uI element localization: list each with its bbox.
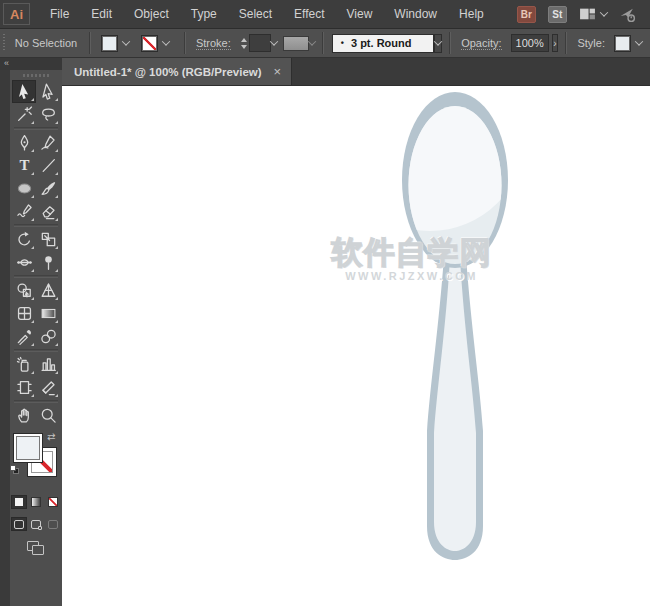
opacity-panel-link[interactable]: Opacity: xyxy=(461,37,501,50)
shape-builder-tool-icon xyxy=(16,282,33,299)
fill-stroke-controls: ⇄ xyxy=(10,431,62,487)
menu-item-effect[interactable]: Effect xyxy=(283,0,335,28)
stock-button[interactable]: St xyxy=(548,6,567,23)
curvature-tool-icon xyxy=(40,134,57,151)
blend-tool[interactable] xyxy=(36,325,60,348)
fill-color-dropdown[interactable] xyxy=(101,35,133,52)
symbol-sprayer-tool[interactable] xyxy=(12,353,36,376)
draw-behind-button[interactable] xyxy=(28,517,44,531)
pen-tool[interactable] xyxy=(12,131,36,154)
selection-tool[interactable] xyxy=(12,80,36,103)
selection-tool-icon xyxy=(16,83,33,100)
curvature-tool[interactable] xyxy=(36,131,60,154)
type-tool[interactable]: T xyxy=(12,154,36,177)
magic-wand-tool[interactable] xyxy=(12,103,36,126)
swap-fill-stroke-icon[interactable]: ⇄ xyxy=(47,431,55,442)
mesh-tool[interactable] xyxy=(12,302,36,325)
stepper-up-icon[interactable] xyxy=(241,38,247,42)
lasso-tool[interactable] xyxy=(36,103,60,126)
menu-item-edit[interactable]: Edit xyxy=(80,0,123,28)
draw-behind-icon xyxy=(31,520,41,529)
document-tab[interactable]: Untitled-1* @ 100% (RGB/Preview) × xyxy=(62,58,292,85)
panel-grip[interactable] xyxy=(10,70,62,80)
control-bar: No Selection Stroke: • 3 pt. Round Opaci… xyxy=(0,29,650,58)
stroke-none-swatch[interactable] xyxy=(141,35,158,52)
dock-strip xyxy=(0,58,10,606)
stepper-down-icon[interactable] xyxy=(241,45,247,49)
draw-inside-icon xyxy=(48,520,58,529)
drawing-mode-row xyxy=(10,517,62,531)
color-button[interactable] xyxy=(11,495,27,509)
scale-tool-icon xyxy=(40,231,57,248)
ellipse-tool[interactable] xyxy=(12,177,36,200)
tools-grid: T xyxy=(10,80,62,427)
menu-item-help[interactable]: Help xyxy=(448,0,495,28)
tool-group-divider xyxy=(14,224,58,227)
style-dropdown[interactable] xyxy=(614,35,646,52)
fill-color-swatch[interactable] xyxy=(101,35,118,52)
perspective-grid-tool[interactable] xyxy=(36,279,60,302)
chevron-down-icon xyxy=(308,37,316,45)
draw-inside-button[interactable] xyxy=(45,517,61,531)
puppet-warp-tool[interactable] xyxy=(36,251,60,274)
menu-item-file[interactable]: File xyxy=(39,0,80,28)
change-screen-mode-button[interactable] xyxy=(27,541,45,555)
chevron-down-icon[interactable] xyxy=(434,37,442,45)
menu-bar: Ai FileEditObjectTypeSelectEffectViewWin… xyxy=(0,0,650,29)
draw-normal-button[interactable] xyxy=(11,517,27,531)
collapse-panel-button[interactable]: « xyxy=(0,58,62,70)
menu-item-select[interactable]: Select xyxy=(228,0,283,28)
chevron-down-icon xyxy=(122,37,130,45)
spoon-artwork[interactable] xyxy=(62,86,650,606)
eyedropper-tool[interactable] xyxy=(12,325,36,348)
menu-item-window[interactable]: Window xyxy=(383,0,448,28)
menu-item-view[interactable]: View xyxy=(336,0,384,28)
line-segment-tool[interactable] xyxy=(36,154,60,177)
stroke-panel-link[interactable]: Stroke: xyxy=(196,37,231,50)
rotate-tool[interactable] xyxy=(12,228,36,251)
screen-mode-icon xyxy=(32,545,44,555)
stroke-weight-field[interactable] xyxy=(249,34,271,52)
slice-tool[interactable] xyxy=(36,376,60,399)
opacity-next-button[interactable]: › xyxy=(552,34,558,52)
stroke-color-dropdown[interactable] xyxy=(141,35,173,52)
gradient-tool[interactable] xyxy=(36,302,60,325)
artboard-tool[interactable] xyxy=(12,376,36,399)
magic-wand-tool-icon xyxy=(16,106,33,123)
gradient-button[interactable] xyxy=(28,495,44,509)
workspace-switcher[interactable] xyxy=(579,6,607,23)
tools-panel: « T ⇄ xyxy=(0,58,62,606)
menu-item-type[interactable]: Type xyxy=(180,0,228,28)
brush-definition-dropdown[interactable]: • 3 pt. Round xyxy=(332,34,434,53)
opacity-field[interactable]: 100% xyxy=(511,34,549,52)
fill-swatch[interactable] xyxy=(13,433,43,463)
type-tool-icon: T xyxy=(16,157,33,174)
width-tool[interactable] xyxy=(12,251,36,274)
eraser-tool[interactable] xyxy=(36,200,60,223)
direct-selection-tool[interactable] xyxy=(36,80,60,103)
width-profile-preview[interactable] xyxy=(283,36,310,51)
gpu-performance-icon[interactable] xyxy=(619,6,636,23)
panel-grip[interactable] xyxy=(3,34,5,52)
scale-tool[interactable] xyxy=(36,228,60,251)
chevron-down-icon[interactable] xyxy=(269,37,277,45)
default-fill-stroke-icon[interactable] xyxy=(10,465,20,475)
stroke-weight-stepper[interactable] xyxy=(241,38,247,49)
none-icon xyxy=(48,497,58,507)
hand-tool[interactable] xyxy=(12,404,36,427)
artboard-canvas[interactable]: 软件自学网 WWW.RJZXW.COM xyxy=(62,86,650,606)
paintbrush-tool[interactable] xyxy=(36,177,60,200)
style-swatch[interactable] xyxy=(614,35,631,52)
width-tool-icon xyxy=(16,254,33,271)
zoom-tool[interactable] xyxy=(36,404,60,427)
shaper-tool[interactable] xyxy=(12,200,36,223)
none-button[interactable] xyxy=(45,495,61,509)
menu-item-object[interactable]: Object xyxy=(123,0,180,28)
paintbrush-tool-icon xyxy=(40,180,57,197)
column-graph-tool[interactable] xyxy=(36,353,60,376)
pen-tool-icon xyxy=(16,134,33,151)
close-tab-icon[interactable]: × xyxy=(274,65,282,78)
shape-builder-tool[interactable] xyxy=(12,279,36,302)
chevron-down-icon xyxy=(635,37,643,45)
bridge-button[interactable]: Br xyxy=(517,6,536,23)
